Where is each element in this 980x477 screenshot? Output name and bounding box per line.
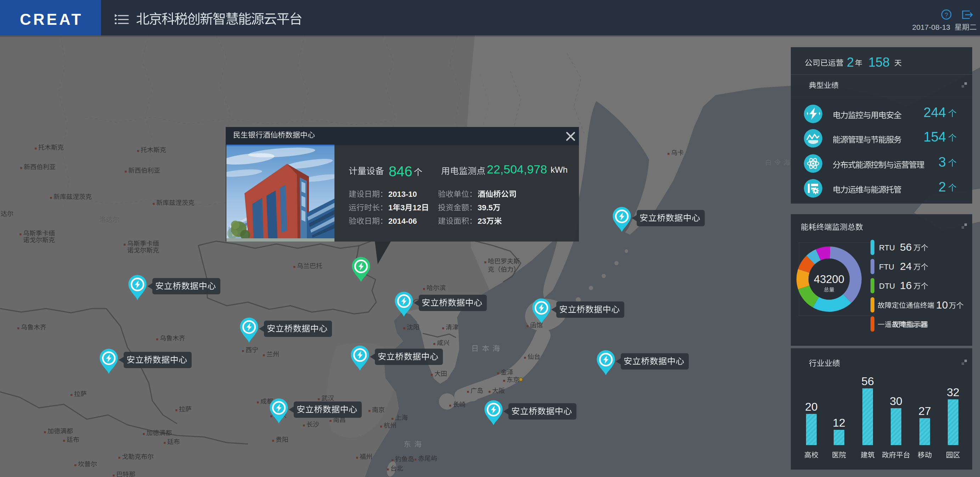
svg-text:12: 12: [833, 416, 845, 429]
svg-text:2: 2: [847, 55, 854, 70]
svg-text:10: 10: [936, 299, 948, 311]
svg-text:158: 158: [869, 55, 890, 70]
svg-text:244: 244: [924, 105, 946, 120]
svg-text:154: 154: [924, 129, 946, 144]
svg-text:kWh: kWh: [550, 165, 568, 174]
svg-text:39.5: 39.5: [477, 203, 493, 212]
svg-text:30: 30: [890, 395, 902, 407]
svg-text:20: 20: [805, 400, 818, 413]
svg-text:23: 23: [477, 217, 486, 225]
svg-text:DTU: DTU: [879, 282, 895, 290]
svg-text:43200: 43200: [814, 273, 844, 286]
svg-text:3: 3: [400, 203, 405, 212]
svg-text:56: 56: [900, 241, 912, 253]
svg-text:2014-06: 2014-06: [388, 217, 417, 225]
svg-text:2013-10: 2013-10: [388, 190, 417, 199]
svg-text:3: 3: [939, 155, 946, 169]
svg-text:32: 32: [947, 386, 959, 399]
svg-text:846: 846: [389, 163, 412, 179]
svg-text:CREAT: CREAT: [20, 11, 83, 28]
svg-text:16: 16: [900, 279, 912, 291]
svg-text:FTU: FTU: [879, 262, 894, 271]
svg-text:24: 24: [900, 260, 912, 272]
svg-text:RTU: RTU: [879, 243, 895, 252]
svg-text:?: ?: [945, 12, 948, 19]
svg-text:56: 56: [861, 375, 874, 388]
svg-text:1: 1: [388, 203, 393, 212]
svg-text:27: 27: [918, 405, 931, 417]
svg-text:22,504,978: 22,504,978: [487, 163, 547, 176]
svg-text:12: 12: [413, 203, 421, 212]
svg-text:2017-08-13: 2017-08-13: [912, 23, 950, 31]
svg-text:2: 2: [939, 179, 946, 195]
